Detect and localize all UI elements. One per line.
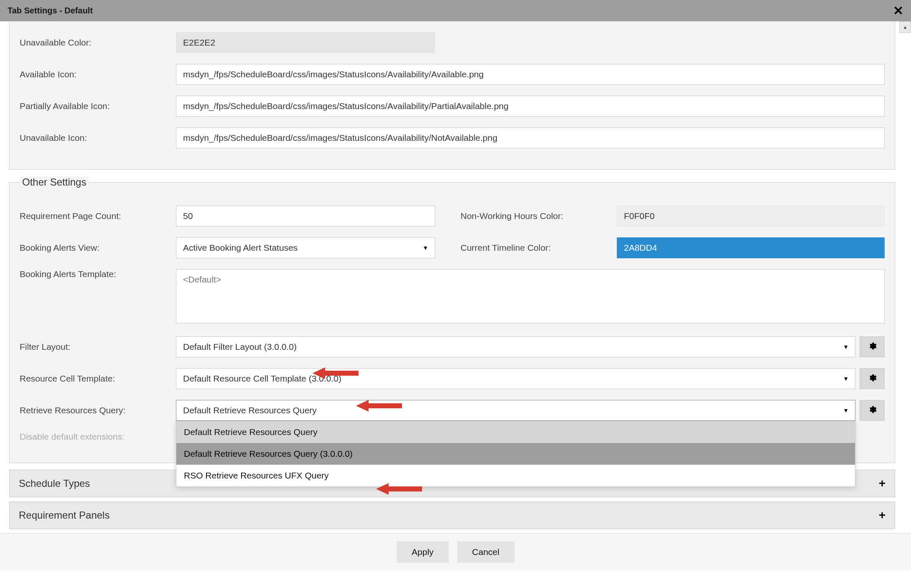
requirement-page-count-field[interactable]	[176, 206, 435, 227]
filter-layout-value: Default Filter Layout (3.0.0.0)	[176, 336, 855, 357]
resource-cell-template-value: Default Resource Cell Template (3.0.0.0)	[176, 368, 855, 389]
retrieve-resources-query-menu: Default Retrieve Resources Query Default…	[176, 421, 855, 487]
booking-alerts-template-field[interactable]	[176, 269, 885, 323]
plus-icon: +	[879, 509, 886, 522]
accordion-requirement-panels[interactable]: Requirement Panels +	[9, 501, 895, 529]
resource-cell-template-gear-button[interactable]	[860, 368, 885, 389]
row-filter-layout: Filter Layout: Default Filter Layout (3.…	[20, 336, 885, 357]
booking-alerts-view-select[interactable]: Active Booking Alert Statuses ▼	[176, 237, 435, 258]
label-retrieve-resources-query: Retrieve Resources Query:	[20, 405, 166, 415]
filter-layout-gear-button[interactable]	[860, 336, 885, 357]
close-icon[interactable]: ✕	[893, 3, 903, 18]
retrieve-resources-query-gear-button[interactable]	[860, 400, 885, 421]
dialog-footer: Apply Cancel	[0, 533, 911, 570]
unavailable-color-field[interactable]: E2E2E2	[176, 32, 435, 53]
scroll-up-icon[interactable]: ▲	[899, 21, 911, 33]
label-partially-available-icon: Partially Available Icon:	[20, 101, 166, 111]
window-title: Tab Settings - Default	[8, 6, 93, 15]
row-resource-cell-template: Resource Cell Template: Default Resource…	[20, 368, 885, 389]
label-disable-default-extensions: Disable default extensions:	[20, 432, 166, 442]
row-retrieve-resources-query: Retrieve Resources Query: Default Retrie…	[20, 400, 885, 421]
dropdown-option[interactable]: Default Retrieve Resources Query (3.0.0.…	[176, 443, 855, 465]
booking-alerts-view-value: Active Booking Alert Statuses	[176, 237, 435, 258]
current-timeline-color-field[interactable]: 2A8DD4	[617, 237, 885, 258]
label-available-icon: Available Icon:	[20, 69, 166, 79]
accordion-title: Requirement Panels	[19, 509, 109, 521]
label-current-timeline-color: Current Timeline Color:	[461, 243, 607, 253]
label-filter-layout: Filter Layout:	[20, 342, 166, 352]
label-booking-alerts-view: Booking Alerts View:	[20, 243, 166, 253]
filter-layout-select[interactable]: Default Filter Layout (3.0.0.0) ▼	[176, 336, 855, 357]
cancel-button[interactable]: Cancel	[457, 541, 514, 563]
unavailable-icon-field[interactable]	[176, 127, 885, 148]
icons-section: Unavailable Color: E2E2E2 Available Icon…	[9, 21, 895, 170]
resource-cell-template-select[interactable]: Default Resource Cell Template (3.0.0.0)…	[176, 368, 855, 389]
accordion-title: Schedule Types	[19, 478, 90, 489]
dialog-content: Unavailable Color: E2E2E2 Available Icon…	[0, 21, 911, 529]
label-resource-cell-template: Resource Cell Template:	[20, 374, 166, 384]
nonworking-color-field[interactable]: F0F0F0	[617, 206, 885, 227]
dropdown-option[interactable]: RSO Retrieve Resources UFX Query	[176, 465, 855, 486]
dropdown-option[interactable]: Default Retrieve Resources Query	[176, 421, 855, 443]
label-requirement-page-count: Requirement Page Count:	[20, 211, 166, 221]
plus-icon: +	[879, 477, 886, 490]
partially-available-icon-field[interactable]	[176, 96, 885, 117]
row-unavailable-icon: Unavailable Icon:	[20, 127, 885, 148]
row-partially-available-icon: Partially Available Icon:	[20, 96, 885, 117]
row-unavailable-color: Unavailable Color: E2E2E2	[20, 32, 885, 53]
label-unavailable-icon: Unavailable Icon:	[20, 133, 166, 143]
gear-icon	[868, 373, 877, 384]
retrieve-resources-query-select[interactable]: Default Retrieve Resources Query ▼ Defau…	[176, 400, 855, 421]
label-booking-alerts-template: Booking Alerts Template:	[20, 269, 166, 279]
label-unavailable-color: Unavailable Color:	[20, 38, 166, 48]
title-bar: Tab Settings - Default ✕	[0, 0, 911, 21]
scroll-area: ▲ Unavailable Color: E2E2E2 Available Ic…	[0, 21, 911, 570]
available-icon-field[interactable]	[176, 64, 885, 85]
other-settings-legend: Other Settings	[20, 176, 89, 188]
retrieve-resources-query-value: Default Retrieve Resources Query	[176, 400, 855, 421]
row-bav-ctc: Booking Alerts View: Active Booking Aler…	[20, 237, 885, 258]
row-rpc-nwh: Requirement Page Count: Non-Working Hour…	[20, 206, 885, 227]
row-booking-alerts-template: Booking Alerts Template:	[20, 269, 885, 326]
row-available-icon: Available Icon:	[20, 64, 885, 85]
label-nonworking-color: Non-Working Hours Color:	[461, 211, 607, 221]
other-settings-section: Other Settings Requirement Page Count: N…	[9, 176, 895, 463]
apply-button[interactable]: Apply	[397, 541, 449, 563]
gear-icon	[868, 341, 877, 353]
gear-icon	[868, 405, 877, 416]
